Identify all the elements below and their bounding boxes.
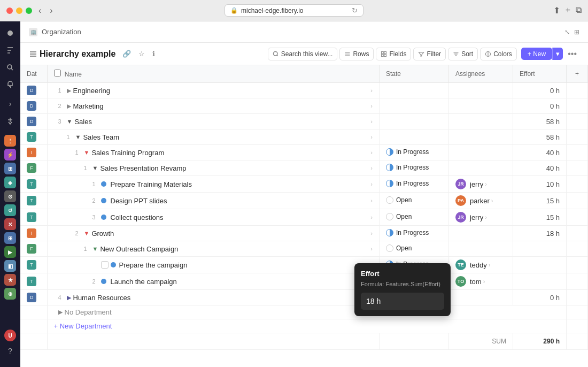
app-icon-6[interactable]: ↺: [4, 204, 16, 216]
assignee-name: jerry: [470, 180, 483, 188]
user-avatar[interactable]: U: [4, 330, 16, 341]
row-chevron[interactable]: ›: [370, 87, 373, 94]
link-button[interactable]: 🔗: [120, 48, 134, 59]
row-chevron[interactable]: ›: [370, 165, 373, 171]
assignees-cell: [449, 129, 513, 145]
close-button[interactable]: [6, 7, 13, 14]
rail-bell[interactable]: [3, 77, 18, 92]
app-icon-5[interactable]: ⊙: [4, 190, 16, 202]
status-icon: [386, 148, 393, 156]
assignee-expand[interactable]: ›: [485, 181, 487, 187]
app-icon-4[interactable]: ◈: [4, 177, 16, 188]
new-dept-cell[interactable]: + New Department: [47, 319, 567, 333]
minimize-button[interactable]: [16, 7, 22, 14]
add-cell: [567, 257, 588, 273]
sort-button[interactable]: Sort: [448, 48, 478, 60]
effort-cell[interactable]: 18 h: [513, 226, 567, 241]
url-bar[interactable]: 🔒 michael-edge.fibery.io ↻: [225, 4, 363, 17]
rail-chevron[interactable]: ›: [3, 96, 18, 111]
rail-pin[interactable]: [3, 113, 18, 128]
row-chevron[interactable]: ›: [370, 103, 373, 109]
new-button[interactable]: + New: [521, 48, 552, 60]
new-dept-label[interactable]: + New Department: [54, 322, 112, 330]
reload-icon[interactable]: ↻: [352, 6, 358, 14]
settings-icon[interactable]: ?: [3, 343, 18, 358]
colors-button[interactable]: Colors: [480, 48, 517, 60]
fields-button[interactable]: Fields: [376, 48, 411, 60]
app-icon-7[interactable]: ✕: [4, 218, 16, 230]
app-icon-9[interactable]: ▶: [4, 246, 16, 258]
app-icon-2[interactable]: ⚡: [4, 149, 16, 160]
new-dropdown-button[interactable]: ▾: [552, 48, 563, 60]
expand-icon[interactable]: ▼: [92, 246, 98, 252]
share-icon[interactable]: ⬆: [553, 5, 560, 16]
app-icon-1[interactable]: ⋮: [4, 135, 16, 147]
rail-search[interactable]: [3, 60, 18, 75]
row-name: Marketing: [73, 102, 368, 110]
info-button[interactable]: ℹ: [150, 48, 158, 59]
row-number: 2: [75, 230, 82, 236]
assignees-cell: [449, 114, 513, 129]
assignee-expand[interactable]: ›: [485, 214, 487, 220]
fields-icon: [381, 51, 387, 57]
assignee-name: tom: [470, 278, 482, 286]
new-department-row[interactable]: + New Department: [20, 319, 588, 333]
filter-button[interactable]: Filter: [413, 48, 446, 60]
row-type-icon: T: [27, 179, 36, 189]
expand-icon[interactable]: ▶: [67, 294, 71, 301]
row-chevron[interactable]: ›: [370, 149, 373, 156]
row-chevron[interactable]: ›: [370, 118, 373, 125]
add-tab-icon[interactable]: +: [566, 5, 570, 16]
row-name: Sales: [74, 118, 367, 126]
popup-value[interactable]: 18 h: [361, 293, 444, 310]
expand-icon[interactable]: ▼: [84, 149, 90, 156]
select-all-checkbox[interactable]: [54, 70, 61, 77]
star-button[interactable]: ☆: [136, 48, 148, 59]
expand-icon[interactable]: ▶: [67, 103, 71, 110]
table-row: T 1 ▼ Sales Team › 58 h: [20, 129, 588, 145]
expand-icon[interactable]: ▼: [67, 118, 73, 125]
table-row: D 4 ▶ Human Resources › 0 h: [20, 290, 588, 305]
assignee-expand[interactable]: ›: [491, 197, 493, 204]
row-chevron[interactable]: ›: [370, 246, 373, 252]
app-icon-11[interactable]: ★: [4, 274, 16, 286]
row-chevron[interactable]: ›: [370, 230, 373, 236]
add-cell: [567, 241, 588, 257]
fullscreen-button[interactable]: [26, 7, 32, 14]
assignees-cell: [449, 83, 513, 98]
no-department-row: ▶ No Department: [20, 305, 588, 319]
app-icon-10[interactable]: ◧: [4, 260, 16, 272]
expand-icon[interactable]: ▶: [67, 87, 71, 94]
app-icon-12[interactable]: ⊕: [4, 288, 16, 300]
row-chevron[interactable]: ›: [370, 181, 373, 187]
tabs-icon[interactable]: ⧉: [576, 5, 582, 16]
svg-rect-4: [384, 51, 386, 53]
rail-home[interactable]: [3, 26, 18, 41]
row-chevron[interactable]: ›: [370, 214, 373, 220]
name-cell: 1 ▼ Sales Training Program ›: [47, 145, 380, 160]
expand-icon[interactable]: ▼: [92, 165, 98, 171]
assignee-expand[interactable]: ›: [489, 262, 491, 268]
app-icon-8[interactable]: ⊞: [4, 232, 16, 244]
status-icon: [386, 196, 393, 204]
expand-icon[interactable]: ▼: [84, 230, 90, 236]
search-button[interactable]: Search this view...: [268, 48, 338, 60]
back-button[interactable]: ‹: [36, 5, 43, 17]
col-state: State: [380, 65, 449, 83]
name-cell: 1 Prepare Training Materials ›: [47, 176, 380, 193]
checkbox-icon[interactable]: [101, 261, 109, 269]
forward-button[interactable]: ›: [48, 5, 55, 17]
expand-btn[interactable]: ⤡⊞: [564, 28, 579, 36]
more-button[interactable]: •••: [565, 48, 579, 60]
assignee-expand[interactable]: ›: [483, 278, 485, 285]
col-add[interactable]: +: [567, 65, 588, 83]
main-content: 🏢 Organization ⤡⊞ Hierarchy example 🔗 ☆ …: [20, 21, 588, 367]
row-chevron[interactable]: ›: [370, 134, 373, 140]
expand-icon[interactable]: ▼: [75, 134, 81, 140]
assignees-cell: PA parker ›: [449, 193, 513, 209]
rail-fibery[interactable]: [3, 43, 18, 58]
type-cell: T: [20, 273, 47, 290]
app-icon-3[interactable]: ⊞: [4, 163, 16, 174]
row-chevron[interactable]: ›: [370, 197, 373, 204]
rows-button[interactable]: Rows: [339, 48, 374, 60]
